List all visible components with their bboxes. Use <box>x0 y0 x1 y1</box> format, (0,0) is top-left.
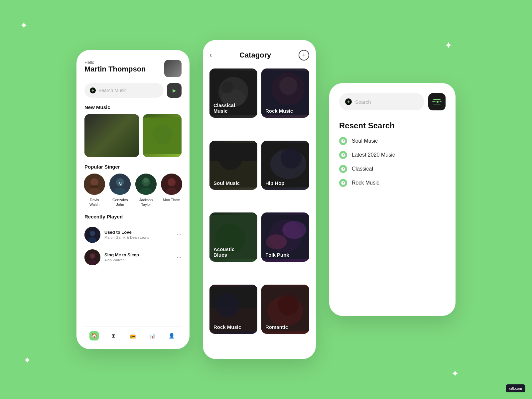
category-card-hiphop[interactable]: Hip Hop <box>261 141 309 190</box>
category-card-acoustic[interactable]: AcousticBlues <box>209 212 257 262</box>
home-greeting-section: Hello Martin Thompson <box>84 60 146 73</box>
svg-rect-10 <box>91 185 98 188</box>
recent-item-4[interactable]: Rock Music <box>339 179 446 187</box>
filter-icon <box>432 99 442 104</box>
category-label-rock: Rock Music <box>265 108 293 114</box>
track-item-2[interactable]: Sing Me to Sleep Alan Walker ··· <box>84 246 182 269</box>
track-more-2[interactable]: ··· <box>177 254 182 261</box>
recent-clock-icon-3 <box>339 165 347 173</box>
nav-equalizer[interactable]: 📊 <box>148 331 157 340</box>
star-decoration-1: ✦ <box>20 20 28 31</box>
track-more-1[interactable]: ··· <box>177 231 182 238</box>
nav-home-icon: 🏠 <box>89 331 99 340</box>
track-info-1: Used to Love Martin Garrix & Dean Lewis <box>104 230 173 239</box>
new-music-card-small[interactable] <box>143 114 182 157</box>
home-header: Hello Martin Thompson <box>84 60 182 77</box>
svg-text:N: N <box>118 181 122 187</box>
category-card-soul[interactable]: Soul Music <box>209 141 257 190</box>
nav-browse[interactable]: ⊞ <box>109 331 118 340</box>
nav-home[interactable]: 🏠 <box>89 331 99 340</box>
recent-clock-icon-2 <box>339 151 347 159</box>
filter-dot <box>437 101 439 103</box>
avatar-image <box>164 60 182 77</box>
recently-played-section: Recently Played Used to Love Martin Garr… <box>84 214 182 323</box>
svg-point-46 <box>282 221 306 239</box>
new-music-title: New Music <box>84 104 182 110</box>
category-grid: ClassicalMusic Rock Music <box>209 68 309 352</box>
search-button[interactable] <box>167 83 182 98</box>
new-music-grid <box>84 114 182 157</box>
category-card-classical[interactable]: ClassicalMusic <box>209 68 257 118</box>
filter-button[interactable] <box>428 93 446 110</box>
search-input-full[interactable]: Search <box>339 93 424 110</box>
singer-avatar-3 <box>135 174 157 195</box>
singer-item-1[interactable]: Davis Walsh <box>84 174 104 207</box>
screens-container: Hello Martin Thompson Search Music New M… <box>76 40 456 359</box>
home-icon: 🏠 <box>91 333 97 339</box>
category-label-soul: Soul Music <box>213 180 240 186</box>
category-label-hiphop: Hip Hop <box>265 180 285 186</box>
nav-radio-icon: 📻 <box>128 331 138 340</box>
singer-name-1: Davis Walsh <box>84 198 104 207</box>
user-avatar[interactable] <box>164 60 182 77</box>
singer-name-3: Jackson Taylor <box>136 198 156 207</box>
recent-text-3: Classical <box>352 166 373 172</box>
singer-item-2[interactable]: N Gonzales John <box>110 174 130 207</box>
star-decoration-2: ✦ <box>23 355 31 366</box>
category-card-rockmusic2[interactable]: Rock Music <box>209 285 257 334</box>
svg-rect-3 <box>93 141 131 142</box>
search-circle-icon <box>345 98 352 105</box>
new-music-card-large[interactable] <box>84 114 139 157</box>
search-placeholder: Search <box>355 99 371 105</box>
category-title: Catagory <box>239 51 271 60</box>
nav-browse-icon: ⊞ <box>109 331 118 340</box>
category-label-classical: ClassicalMusic <box>213 102 235 114</box>
recently-played-title: Recently Played <box>84 214 182 219</box>
nav-profile-icon: 👤 <box>167 331 177 340</box>
svg-rect-0 <box>84 118 139 154</box>
popular-singer-title: Popular Singer <box>84 164 182 170</box>
search-input-wrap[interactable]: Search Music <box>84 83 164 98</box>
singer-avatar-4 <box>161 174 182 195</box>
track-thumb-1 <box>84 227 100 243</box>
category-card-rock[interactable]: Rock Music <box>261 68 309 118</box>
svg-point-26 <box>90 253 95 259</box>
nav-profile[interactable]: 👤 <box>167 331 177 340</box>
singer-item-3[interactable]: Jackson Taylor <box>136 174 156 207</box>
add-button[interactable]: + <box>299 50 309 61</box>
filter-line-2b <box>440 101 442 102</box>
category-header: ‹ Catagory + <box>209 50 309 61</box>
recent-item-3[interactable]: Classical <box>339 165 446 173</box>
equalizer-icon: 📊 <box>149 333 156 339</box>
filter-line-2a <box>432 101 436 102</box>
svg-point-37 <box>218 146 242 170</box>
search-dot-icon <box>90 87 96 93</box>
recent-clock-icon-1 <box>339 137 347 145</box>
watermark: ui8.com <box>506 384 525 392</box>
recent-item-1[interactable]: Soul Music <box>339 137 446 145</box>
phone-category: ‹ Catagory + ClassicalMusic <box>203 40 316 359</box>
category-card-romantic[interactable]: Romantic <box>261 285 309 334</box>
singer-name-2: Gonzales John <box>110 198 130 207</box>
nav-radio[interactable]: 📻 <box>128 331 138 340</box>
popular-singer-section: Popular Singer Davis Walsh <box>84 164 182 207</box>
singer-name-4: Moo Thom <box>163 198 180 202</box>
track-artist-1: Martin Garrix & Dean Lewis <box>104 235 173 239</box>
category-card-folkpunk[interactable]: Folk Punk <box>261 212 309 262</box>
recent-clock-icon-4 <box>339 179 347 187</box>
svg-point-23 <box>90 231 95 236</box>
back-button[interactable]: ‹ <box>209 51 212 60</box>
category-label-rockmusic2: Rock Music <box>213 324 241 330</box>
singer-item-4[interactable]: Moo Thom <box>162 174 182 207</box>
browse-icon: ⊞ <box>111 333 116 339</box>
track-name-2: Sing Me to Sleep <box>104 252 173 257</box>
svg-point-18 <box>143 178 149 183</box>
nav-equalizer-icon: 📊 <box>148 331 157 340</box>
track-name-1: Used to Love <box>104 230 173 235</box>
svg-point-53 <box>278 294 299 315</box>
svg-point-2 <box>99 129 113 142</box>
search-header: Search <box>339 93 446 110</box>
track-item-1[interactable]: Used to Love Martin Garrix & Dean Lewis … <box>84 223 182 246</box>
search-bar: Search Music <box>84 83 182 98</box>
recent-item-2[interactable]: Latest 2020 Music <box>339 151 446 159</box>
